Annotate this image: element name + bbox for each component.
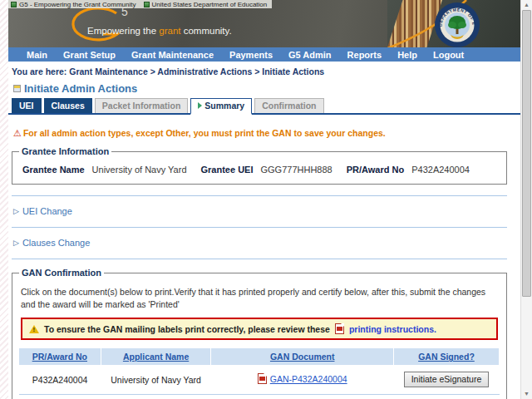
nav-item-g5-admin[interactable]: G5 Admin [288, 50, 332, 60]
cell-empty [19, 395, 101, 399]
summary-tab-arrow-icon [198, 102, 202, 109]
grantee-uei-label: Grantee UEI [201, 165, 254, 175]
window-title-ed-text: United States Department of Education [152, 1, 268, 8]
breadcrumb: You are here: Grant Maintenance > Admini… [8, 62, 520, 78]
grantee-information-fieldset: Grantee Information Grantee Name Univers… [12, 146, 507, 185]
tagline-accent: grant [159, 26, 180, 36]
expand-triangle-icon: ▷ [13, 239, 19, 247]
breadcrumb-path[interactable]: Grant Maintenance > Administrative Actio… [69, 66, 324, 76]
breadcrumb-prefix: You are here: [12, 66, 66, 76]
warning-icon: ⚠ [13, 129, 22, 137]
grantee-fields: Grantee Name University of Navy Yard Gra… [19, 162, 500, 176]
header-gan-signed[interactable]: GAN Signed? [393, 348, 499, 365]
warning-row: ⚠ For all admin action types, except Oth… [8, 115, 520, 138]
nav-item-reports[interactable]: Reports [347, 50, 382, 60]
pdf-icon [258, 373, 267, 384]
cell-gan-signed: Initiate eSignature [393, 365, 499, 395]
nav-item-logout[interactable]: Logout [433, 50, 464, 60]
gan-confirmation-fieldset: GAN Confirmation Click on the document(s… [12, 268, 507, 399]
header-applicant-name[interactable]: Applicant Name [101, 348, 211, 365]
g5-favicon [11, 2, 17, 7]
scroll-up-arrow-icon[interactable]: ▲ [521, 1, 532, 9]
scrollbar-thumb[interactable] [522, 10, 531, 297]
banner: G5 - Empowering the Grant Community Unit… [8, 0, 520, 47]
department-of-education-seal: DEPARTMENT OF EDUCATION [434, 2, 480, 47]
cell-empty [393, 395, 499, 399]
gan-instructions: Click on the document(s) below to print.… [19, 283, 500, 311]
tab-uei[interactable]: UEI [12, 98, 42, 113]
expand-triangle-icon: ▷ [13, 207, 19, 215]
pr-award-no-label: PR/Award No [347, 165, 404, 175]
table-row: Merged GAN not available N/A [19, 395, 500, 399]
cell-gan-document: GAN-P432A240004 [211, 365, 393, 395]
pr-award-no-value: P432A240004 [411, 165, 470, 175]
scroll-down-arrow-icon[interactable]: ▼ [521, 390, 532, 398]
tab-summary[interactable]: Summary [190, 98, 252, 115]
tab-packet-information: Packet Information [95, 98, 189, 113]
nav-item-payments[interactable]: Payments [229, 50, 273, 60]
tagline-post: community. [181, 26, 232, 36]
alert-text: To ensure the GAN mailing labels print c… [44, 324, 330, 334]
initiate-esignature-button[interactable]: Initiate eSignature [404, 372, 490, 387]
nav-item-grant-setup[interactable]: Grant Setup [63, 50, 116, 60]
grantee-uei-value: GGG777HHH888 [260, 165, 332, 175]
cell-na: N/A [211, 395, 393, 399]
banner-photo: DEPARTMENT OF EDUCATION [387, 0, 520, 47]
banner-tagline: Empowering the grant community. [87, 26, 232, 36]
grantee-name-label: Grantee Name [22, 165, 85, 175]
window-title-strip: G5 - Empowering the Grant Community Unit… [8, 0, 272, 8]
table-header-row: PR/Award No Applicant Name GAN Document … [19, 348, 500, 365]
warning-text: For all admin action types, except Other… [23, 128, 386, 138]
ed-favicon [144, 2, 150, 7]
screen: G5 - Empowering the Grant Community Unit… [0, 0, 532, 399]
cell-applicant-name: University of Navy Yard [101, 365, 211, 395]
tab-bar: UEI Clauses Packet Information Summary C… [8, 98, 520, 115]
gan-document-link[interactable]: GAN-P432A240004 [270, 374, 347, 384]
tab-confirmation: Confirmation [254, 98, 323, 113]
print-alert-box: To ensure the GAN mailing labels print c… [21, 318, 498, 340]
vertical-scrollbar[interactable]: ▲ ▼ [520, 0, 532, 399]
tab-clauses[interactable]: Clauses [44, 98, 92, 113]
tab-summary-label: Summary [204, 101, 244, 111]
uei-change-section-toggle[interactable]: ▷ UEI Change [8, 196, 520, 216]
grantee-information-legend: Grantee Information [19, 146, 111, 156]
window-title-g5-text: G5 - Empowering the Grant Community [19, 1, 136, 8]
gan-confirmation-legend: GAN Confirmation [19, 268, 104, 278]
nav-item-grant-maintenance[interactable]: Grant Maintenance [131, 50, 214, 60]
main-nav: Main Grant Setup Grant Maintenance Payme… [8, 47, 520, 62]
page-title-icon [13, 85, 21, 92]
table-row: P432A240004 University of Navy Yard GAN-… [19, 365, 500, 395]
header-gan-document[interactable]: GAN Document [211, 348, 393, 365]
nav-item-help[interactable]: Help [397, 50, 417, 60]
window-title-g5: G5 - Empowering the Grant Community [8, 0, 141, 8]
page-title: Initiate Admin Actions [24, 82, 137, 95]
header-pr-award-no[interactable]: PR/Award No [19, 348, 101, 365]
page-title-row: Initiate Admin Actions [8, 78, 520, 98]
divider [12, 259, 507, 259]
page: G5 - Empowering the Grant Community Unit… [8, 0, 520, 399]
clauses-change-section-toggle[interactable]: ▷ Clauses Change [8, 228, 520, 248]
window-title-ed: United States Department of Education [141, 0, 273, 8]
clauses-change-label: Clauses Change [22, 238, 90, 248]
tagline-pre: Empowering the [87, 26, 159, 36]
pdf-icon [335, 323, 344, 334]
nav-item-main[interactable]: Main [27, 50, 47, 60]
grantee-name-value: University of Navy Yard [92, 165, 187, 175]
cell-pr-award-no: P432A240004 [19, 365, 101, 395]
gan-documents-table: PR/Award No Applicant Name GAN Document … [19, 348, 500, 399]
cell-merged-gan: Merged GAN not available [101, 395, 211, 399]
uei-change-label: UEI Change [22, 206, 72, 216]
alert-warning-icon [29, 325, 39, 333]
printing-instructions-link[interactable]: printing instructions. [349, 324, 436, 334]
